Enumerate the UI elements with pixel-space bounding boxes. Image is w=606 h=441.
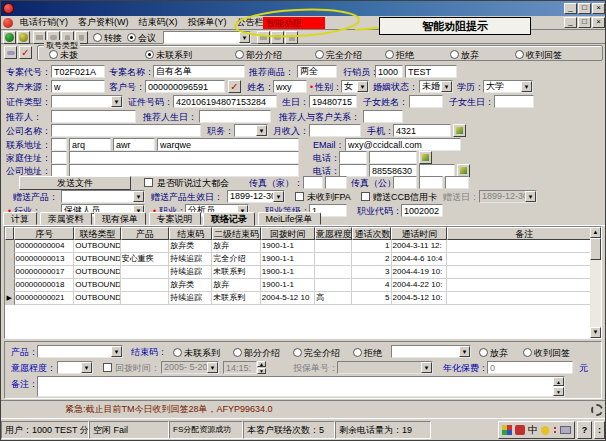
conference-radio[interactable] bbox=[127, 33, 136, 42]
dial-radio-reject[interactable] bbox=[385, 50, 394, 59]
offhook-button[interactable] bbox=[3, 31, 16, 44]
dial-radio-not-reached[interactable] bbox=[145, 50, 154, 59]
note-textarea[interactable] bbox=[37, 376, 565, 397]
recommended-product-field[interactable] bbox=[297, 65, 337, 78]
education-select[interactable]: 大学 ▼ bbox=[483, 80, 533, 93]
customer-no-field[interactable] bbox=[145, 80, 225, 93]
case-name-field[interactable] bbox=[153, 65, 245, 78]
conference-target-select[interactable]: ▼ bbox=[163, 31, 251, 44]
tray-ime-icon[interactable]: 中 bbox=[528, 425, 538, 435]
referrer-field[interactable] bbox=[51, 110, 136, 123]
menu-customer-data[interactable]: 客户资料(W) bbox=[73, 16, 134, 29]
endcode-radio-signed[interactable] bbox=[523, 348, 532, 357]
reject-reason-select[interactable]: ▼ bbox=[391, 345, 471, 358]
job-title-select[interactable]: ▼ bbox=[234, 124, 268, 137]
gift-date-select[interactable]: 1899-12-30 ▼ bbox=[227, 190, 285, 203]
home-addr-field-2[interactable] bbox=[69, 151, 299, 164]
birthday-field[interactable] bbox=[309, 95, 357, 108]
more-button[interactable]: : bbox=[594, 421, 605, 439]
close-button[interactable]: × bbox=[592, 3, 605, 14]
endcode-radio-abandon[interactable] bbox=[479, 348, 488, 357]
tab-calc[interactable]: 计算 bbox=[3, 212, 37, 225]
chevron-down-icon[interactable]: ▼ bbox=[357, 81, 368, 92]
chevron-down-icon[interactable]: ▼ bbox=[459, 346, 470, 357]
chevron-down-icon[interactable]: ▼ bbox=[81, 362, 92, 373]
verify-customer-button[interactable]: ✓ bbox=[228, 80, 241, 93]
chevron-down-icon[interactable]: ▼ bbox=[111, 96, 122, 107]
contact-addr-field-3[interactable] bbox=[113, 138, 155, 151]
callback-checkbox[interactable] bbox=[103, 363, 112, 372]
dial-phone-button[interactable] bbox=[4, 46, 17, 59]
table-row[interactable]: 00000000004 OUTBOUND 放弃类 放弃 1900-1-1 1 2… bbox=[5, 240, 601, 253]
mdi-minimize-button[interactable]: _ bbox=[564, 17, 577, 28]
dial-radio-partial-intro[interactable] bbox=[235, 50, 244, 59]
contact-addr-field-1[interactable] bbox=[51, 138, 67, 151]
grid-vertical-scrollbar[interactable]: ▲ ▼ bbox=[590, 227, 601, 338]
menu-telemarketing[interactable]: 电话行销(Y) bbox=[15, 16, 73, 29]
child-birthday-field[interactable] bbox=[494, 95, 534, 108]
dial-radio-full-intro[interactable] bbox=[315, 50, 324, 59]
name-field[interactable] bbox=[273, 80, 307, 93]
confirm-code-button[interactable]: ✓ bbox=[19, 46, 32, 59]
id-no-field[interactable] bbox=[173, 95, 277, 108]
col-callback-time[interactable]: 回拨时间 bbox=[261, 227, 315, 240]
scroll-up-icon[interactable]: ▲ bbox=[553, 377, 564, 386]
marriage-select[interactable]: 未婚 ▼ bbox=[419, 80, 453, 93]
tab-contact-record[interactable]: 联络记录 bbox=[203, 212, 255, 226]
chevron-down-icon[interactable]: ▼ bbox=[133, 191, 144, 202]
bottom-product-select[interactable]: ▼ bbox=[37, 345, 123, 358]
col-sub-end-code[interactable]: 二级结束码 bbox=[212, 227, 261, 240]
endcode-radio-full[interactable] bbox=[293, 348, 302, 357]
fax-office-field-1[interactable] bbox=[393, 176, 417, 189]
chevron-down-icon[interactable]: ▼ bbox=[239, 32, 250, 43]
chevron-down-icon[interactable]: ▼ bbox=[111, 346, 122, 357]
chevron-down-icon[interactable]: ▼ bbox=[521, 81, 532, 92]
mobile-field[interactable] bbox=[393, 124, 451, 137]
help-button[interactable]: ? bbox=[577, 421, 592, 439]
scroll-up-icon[interactable]: ▲ bbox=[590, 227, 601, 238]
gift-product-select[interactable]: ▼ bbox=[61, 190, 145, 203]
phone1-area-field[interactable] bbox=[339, 151, 367, 164]
tab-relatives[interactable]: 亲属资料 bbox=[40, 212, 92, 225]
callback-button[interactable] bbox=[271, 31, 284, 44]
contact-addr-field-2[interactable] bbox=[69, 138, 111, 151]
agent-name-field[interactable] bbox=[405, 65, 457, 78]
table-row[interactable]: 00000000013 OUTBOUND 安心重疾 持续追踪 完全介绍 1900… bbox=[5, 253, 601, 266]
monthly-income-field[interactable] bbox=[309, 124, 361, 137]
chevron-down-icon[interactable]: ▼ bbox=[273, 191, 284, 202]
col-contact-type[interactable]: 联络类型 bbox=[74, 227, 121, 240]
table-row[interactable]: 00000000017 OUTBOUND 持续追踪 未联系到 1900-1-1 … bbox=[5, 266, 601, 279]
referrer-relation-field[interactable] bbox=[363, 110, 403, 123]
home-addr-field-1[interactable] bbox=[51, 151, 67, 164]
agent-id-field[interactable] bbox=[375, 65, 403, 78]
customer-source-field[interactable] bbox=[51, 80, 105, 93]
fax-home-field-1[interactable] bbox=[303, 176, 323, 189]
gender-select[interactable]: 女 ▼ bbox=[341, 80, 369, 93]
tab-case-desc[interactable]: 专案说明 bbox=[149, 212, 201, 225]
dial-mobile-button[interactable] bbox=[453, 124, 466, 137]
scroll-down-icon[interactable]: ▼ bbox=[553, 387, 564, 396]
willingness-select[interactable]: ▼ bbox=[57, 361, 93, 374]
tray-network-icon[interactable] bbox=[502, 425, 512, 435]
col-willingness[interactable]: 意愿程度 bbox=[315, 227, 352, 240]
heard-checkbox[interactable] bbox=[144, 178, 153, 187]
phone1-no-field[interactable] bbox=[369, 151, 417, 164]
child-name-field[interactable] bbox=[409, 95, 443, 108]
tray-voice-icon[interactable] bbox=[515, 425, 525, 435]
transfer-radio[interactable] bbox=[93, 33, 102, 42]
scroll-down-icon[interactable]: ▼ bbox=[590, 327, 601, 338]
menu-policy[interactable]: 投保单(Y) bbox=[183, 16, 232, 29]
endcode-radio-reject[interactable] bbox=[353, 348, 362, 357]
consult-button[interactable] bbox=[257, 31, 270, 44]
col-end-code[interactable]: 结束码 bbox=[169, 227, 212, 240]
case-code-field[interactable] bbox=[51, 65, 105, 78]
id-type-select[interactable]: ▼ bbox=[51, 95, 123, 108]
hangup-button[interactable] bbox=[17, 31, 30, 44]
send-file-button[interactable]: 发送文件 bbox=[19, 176, 131, 190]
mdi-close-button[interactable]: × bbox=[592, 17, 605, 28]
col-call-time[interactable]: 通话时间 bbox=[391, 227, 447, 240]
col-remark[interactable]: 备注 bbox=[447, 227, 601, 240]
endcode-radio-partial[interactable] bbox=[233, 348, 242, 357]
minimize-button[interactable]: _ bbox=[564, 3, 577, 14]
col-serial[interactable]: 序号 bbox=[14, 227, 74, 240]
